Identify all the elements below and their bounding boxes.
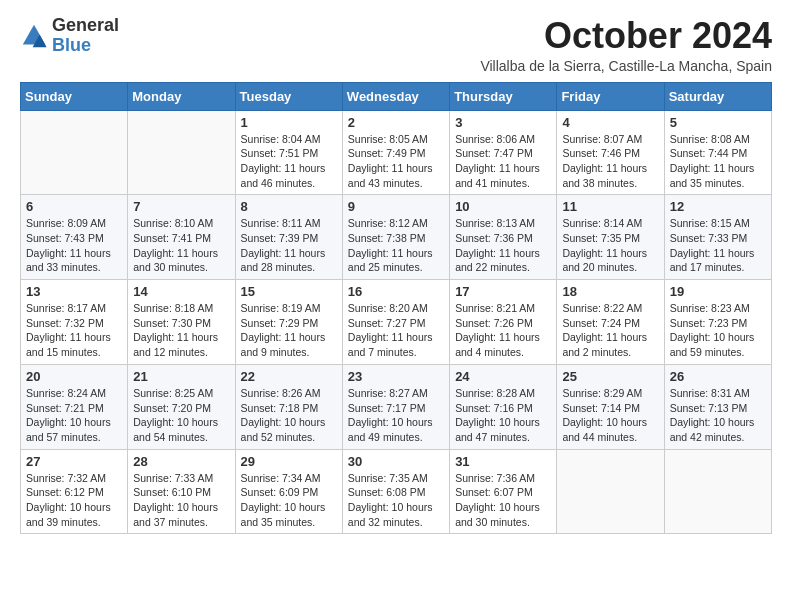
page: General Blue October 2024 Villalba de la… [0,0,792,550]
calendar-cell: 4Sunrise: 8:07 AM Sunset: 7:46 PM Daylig… [557,110,664,195]
calendar-cell: 2Sunrise: 8:05 AM Sunset: 7:49 PM Daylig… [342,110,449,195]
day-info: Sunrise: 8:11 AM Sunset: 7:39 PM Dayligh… [241,216,337,275]
day-info: Sunrise: 7:36 AM Sunset: 6:07 PM Dayligh… [455,471,551,530]
location: Villalba de la Sierra, Castille-La Manch… [480,58,772,74]
day-number: 22 [241,369,337,384]
calendar-cell: 12Sunrise: 8:15 AM Sunset: 7:33 PM Dayli… [664,195,771,280]
weekday-header: Saturday [664,82,771,110]
weekday-header: Thursday [450,82,557,110]
day-number: 9 [348,199,444,214]
day-number: 2 [348,115,444,130]
day-info: Sunrise: 8:04 AM Sunset: 7:51 PM Dayligh… [241,132,337,191]
day-info: Sunrise: 8:29 AM Sunset: 7:14 PM Dayligh… [562,386,658,445]
day-info: Sunrise: 7:33 AM Sunset: 6:10 PM Dayligh… [133,471,229,530]
day-number: 6 [26,199,122,214]
calendar-cell: 16Sunrise: 8:20 AM Sunset: 7:27 PM Dayli… [342,280,449,365]
day-number: 11 [562,199,658,214]
day-number: 17 [455,284,551,299]
day-number: 1 [241,115,337,130]
logo-blue: Blue [52,36,119,56]
calendar-cell [21,110,128,195]
calendar-week-row: 20Sunrise: 8:24 AM Sunset: 7:21 PM Dayli… [21,364,772,449]
day-info: Sunrise: 8:20 AM Sunset: 7:27 PM Dayligh… [348,301,444,360]
calendar-week-row: 27Sunrise: 7:32 AM Sunset: 6:12 PM Dayli… [21,449,772,534]
day-info: Sunrise: 7:35 AM Sunset: 6:08 PM Dayligh… [348,471,444,530]
weekday-header: Monday [128,82,235,110]
day-number: 27 [26,454,122,469]
calendar-cell: 29Sunrise: 7:34 AM Sunset: 6:09 PM Dayli… [235,449,342,534]
day-number: 7 [133,199,229,214]
day-info: Sunrise: 8:22 AM Sunset: 7:24 PM Dayligh… [562,301,658,360]
day-number: 31 [455,454,551,469]
calendar-cell: 23Sunrise: 8:27 AM Sunset: 7:17 PM Dayli… [342,364,449,449]
day-number: 8 [241,199,337,214]
day-info: Sunrise: 8:17 AM Sunset: 7:32 PM Dayligh… [26,301,122,360]
day-info: Sunrise: 8:12 AM Sunset: 7:38 PM Dayligh… [348,216,444,275]
calendar-cell: 19Sunrise: 8:23 AM Sunset: 7:23 PM Dayli… [664,280,771,365]
month-title: October 2024 [480,16,772,56]
calendar-cell: 14Sunrise: 8:18 AM Sunset: 7:30 PM Dayli… [128,280,235,365]
day-number: 26 [670,369,766,384]
logo-general: General [52,16,119,36]
calendar-cell: 13Sunrise: 8:17 AM Sunset: 7:32 PM Dayli… [21,280,128,365]
day-number: 21 [133,369,229,384]
day-info: Sunrise: 8:27 AM Sunset: 7:17 PM Dayligh… [348,386,444,445]
day-info: Sunrise: 8:15 AM Sunset: 7:33 PM Dayligh… [670,216,766,275]
calendar-week-row: 1Sunrise: 8:04 AM Sunset: 7:51 PM Daylig… [21,110,772,195]
calendar-cell: 20Sunrise: 8:24 AM Sunset: 7:21 PM Dayli… [21,364,128,449]
calendar-cell: 18Sunrise: 8:22 AM Sunset: 7:24 PM Dayli… [557,280,664,365]
day-number: 14 [133,284,229,299]
day-number: 24 [455,369,551,384]
calendar-cell: 22Sunrise: 8:26 AM Sunset: 7:18 PM Dayli… [235,364,342,449]
calendar-header-row: SundayMondayTuesdayWednesdayThursdayFrid… [21,82,772,110]
day-number: 20 [26,369,122,384]
day-number: 30 [348,454,444,469]
calendar-cell: 28Sunrise: 7:33 AM Sunset: 6:10 PM Dayli… [128,449,235,534]
day-info: Sunrise: 8:10 AM Sunset: 7:41 PM Dayligh… [133,216,229,275]
calendar-cell: 31Sunrise: 7:36 AM Sunset: 6:07 PM Dayli… [450,449,557,534]
day-number: 4 [562,115,658,130]
day-info: Sunrise: 8:18 AM Sunset: 7:30 PM Dayligh… [133,301,229,360]
header: General Blue October 2024 Villalba de la… [20,16,772,74]
calendar-cell: 26Sunrise: 8:31 AM Sunset: 7:13 PM Dayli… [664,364,771,449]
calendar-week-row: 13Sunrise: 8:17 AM Sunset: 7:32 PM Dayli… [21,280,772,365]
day-number: 12 [670,199,766,214]
day-number: 29 [241,454,337,469]
day-info: Sunrise: 8:26 AM Sunset: 7:18 PM Dayligh… [241,386,337,445]
day-info: Sunrise: 7:34 AM Sunset: 6:09 PM Dayligh… [241,471,337,530]
day-info: Sunrise: 8:09 AM Sunset: 7:43 PM Dayligh… [26,216,122,275]
day-info: Sunrise: 8:28 AM Sunset: 7:16 PM Dayligh… [455,386,551,445]
day-info: Sunrise: 8:08 AM Sunset: 7:44 PM Dayligh… [670,132,766,191]
day-info: Sunrise: 8:25 AM Sunset: 7:20 PM Dayligh… [133,386,229,445]
calendar-cell: 21Sunrise: 8:25 AM Sunset: 7:20 PM Dayli… [128,364,235,449]
day-number: 16 [348,284,444,299]
calendar-cell: 24Sunrise: 8:28 AM Sunset: 7:16 PM Dayli… [450,364,557,449]
calendar-cell: 17Sunrise: 8:21 AM Sunset: 7:26 PM Dayli… [450,280,557,365]
day-number: 3 [455,115,551,130]
day-number: 15 [241,284,337,299]
calendar-cell: 6Sunrise: 8:09 AM Sunset: 7:43 PM Daylig… [21,195,128,280]
calendar-week-row: 6Sunrise: 8:09 AM Sunset: 7:43 PM Daylig… [21,195,772,280]
day-info: Sunrise: 8:05 AM Sunset: 7:49 PM Dayligh… [348,132,444,191]
day-info: Sunrise: 8:19 AM Sunset: 7:29 PM Dayligh… [241,301,337,360]
day-number: 13 [26,284,122,299]
calendar-cell [557,449,664,534]
day-info: Sunrise: 8:14 AM Sunset: 7:35 PM Dayligh… [562,216,658,275]
calendar-cell: 25Sunrise: 8:29 AM Sunset: 7:14 PM Dayli… [557,364,664,449]
calendar-cell: 11Sunrise: 8:14 AM Sunset: 7:35 PM Dayli… [557,195,664,280]
weekday-header: Wednesday [342,82,449,110]
calendar-cell: 15Sunrise: 8:19 AM Sunset: 7:29 PM Dayli… [235,280,342,365]
day-number: 10 [455,199,551,214]
calendar-cell: 10Sunrise: 8:13 AM Sunset: 7:36 PM Dayli… [450,195,557,280]
day-number: 28 [133,454,229,469]
calendar-cell: 9Sunrise: 8:12 AM Sunset: 7:38 PM Daylig… [342,195,449,280]
day-info: Sunrise: 8:07 AM Sunset: 7:46 PM Dayligh… [562,132,658,191]
weekday-header: Friday [557,82,664,110]
calendar-cell: 27Sunrise: 7:32 AM Sunset: 6:12 PM Dayli… [21,449,128,534]
calendar-cell: 30Sunrise: 7:35 AM Sunset: 6:08 PM Dayli… [342,449,449,534]
day-info: Sunrise: 7:32 AM Sunset: 6:12 PM Dayligh… [26,471,122,530]
day-info: Sunrise: 8:24 AM Sunset: 7:21 PM Dayligh… [26,386,122,445]
calendar-cell: 1Sunrise: 8:04 AM Sunset: 7:51 PM Daylig… [235,110,342,195]
day-info: Sunrise: 8:23 AM Sunset: 7:23 PM Dayligh… [670,301,766,360]
weekday-header: Sunday [21,82,128,110]
